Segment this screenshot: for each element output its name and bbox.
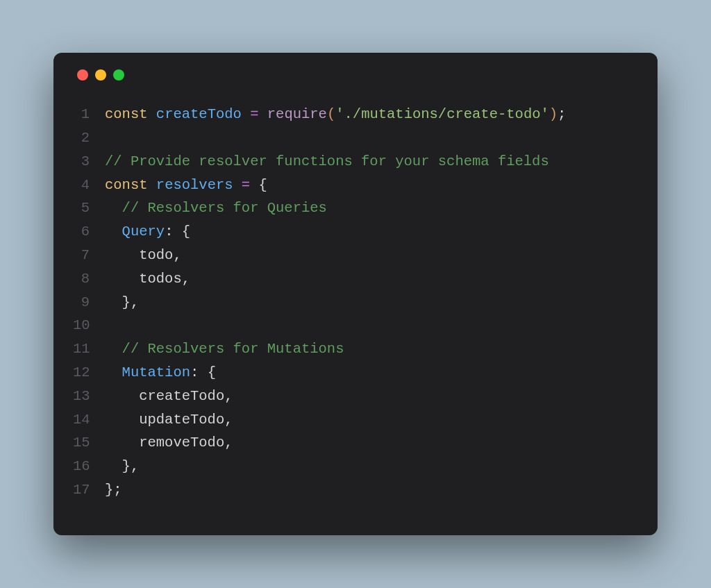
line-content: todos, [105,267,190,291]
token-plain [105,341,122,357]
code-editor: 1const createTodo = require('./mutations… [73,103,638,502]
code-line: 8 todos, [73,267,638,291]
token-var: createTodo [156,106,242,122]
line-number: 10 [73,314,105,337]
code-line: 17}; [73,478,638,502]
line-content: // Resolvers for Mutations [105,337,344,361]
code-line: 2 [73,126,638,150]
token-op: = [250,106,258,122]
line-content: Query: { [105,220,190,244]
code-line: 12 Mutation: { [73,361,638,385]
token-plain: ; [558,106,566,122]
code-line: 9 }, [73,291,638,314]
token-plain: todos, [105,271,190,287]
token-plain [242,106,250,122]
token-plain: }, [105,458,139,474]
line-number: 13 [73,385,105,408]
line-content: const createTodo = require('./mutations/… [105,103,566,126]
token-plain: todo, [105,247,182,263]
line-number: 6 [73,220,105,244]
token-plain [105,200,122,216]
token-plain: removeTodo, [105,435,233,451]
token-op: = [242,177,250,193]
line-number: 8 [73,267,105,291]
line-number: 15 [73,431,105,455]
code-window: 1const createTodo = require('./mutations… [53,53,658,535]
code-line: 10 [73,314,638,337]
token-kw: const [105,177,148,193]
token-plain [105,224,122,240]
token-fn: require [267,106,327,122]
token-plain [258,106,267,122]
token-plain: : { [190,364,216,380]
code-line: 1const createTodo = require('./mutations… [73,103,638,126]
line-content: removeTodo, [105,431,233,455]
line-content: }, [105,291,139,314]
code-line: 4const resolvers = { [73,174,638,197]
line-number: 14 [73,408,105,432]
token-plain: : { [165,224,190,240]
code-line: 7 todo, [73,244,638,267]
token-kw: const [105,106,148,122]
token-paren: ) [549,106,558,122]
token-var: Mutation [122,364,190,380]
token-plain [148,106,156,122]
line-number: 16 [73,455,105,478]
line-content: Mutation: { [105,361,216,385]
token-comment: // Resolvers for Queries [122,200,327,216]
code-line: 5 // Resolvers for Queries [73,196,638,220]
line-number: 2 [73,126,105,150]
line-number: 5 [73,196,105,220]
line-number: 12 [73,361,105,385]
line-content: const resolvers = { [105,174,267,197]
line-number: 4 [73,174,105,197]
token-comment: // Resolvers for Mutations [122,341,344,357]
line-content: updateTodo, [105,408,233,432]
line-number: 9 [73,291,105,314]
token-plain: updateTodo, [105,412,233,428]
token-str: './mutations/create-todo' [335,106,549,122]
line-content: // Provide resolver functions for your s… [105,150,549,174]
code-line: 13 createTodo, [73,385,638,408]
line-number: 17 [73,478,105,502]
line-number: 11 [73,337,105,361]
line-content: }, [105,455,139,478]
line-content: // Resolvers for Queries [105,196,327,220]
line-content: createTodo, [105,385,233,408]
token-plain: }, [105,294,139,310]
close-icon[interactable] [77,69,88,81]
code-line: 6 Query: { [73,220,638,244]
token-plain: }; [105,482,122,498]
line-content [105,126,113,150]
line-number: 1 [73,103,105,126]
maximize-icon[interactable] [113,69,124,81]
window-titlebar [73,69,638,81]
code-line: 11 // Resolvers for Mutations [73,337,638,361]
token-comment: // Provide resolver functions for your s… [105,153,549,169]
code-line: 3// Provide resolver functions for your … [73,150,638,174]
code-line: 14 updateTodo, [73,408,638,432]
token-var: resolvers [156,177,233,193]
line-number: 7 [73,244,105,267]
token-plain [233,177,242,193]
line-content [105,314,113,337]
token-plain [148,177,156,193]
line-number: 3 [73,150,105,174]
minimize-icon[interactable] [95,69,106,81]
token-plain [105,364,122,380]
token-paren: ( [327,106,335,122]
line-content: }; [105,478,122,502]
token-var: Query [122,224,165,240]
line-content: todo, [105,244,182,267]
token-plain: createTodo, [105,388,233,404]
code-line: 16 }, [73,455,638,478]
token-plain: { [250,177,267,193]
code-line: 15 removeTodo, [73,431,638,455]
